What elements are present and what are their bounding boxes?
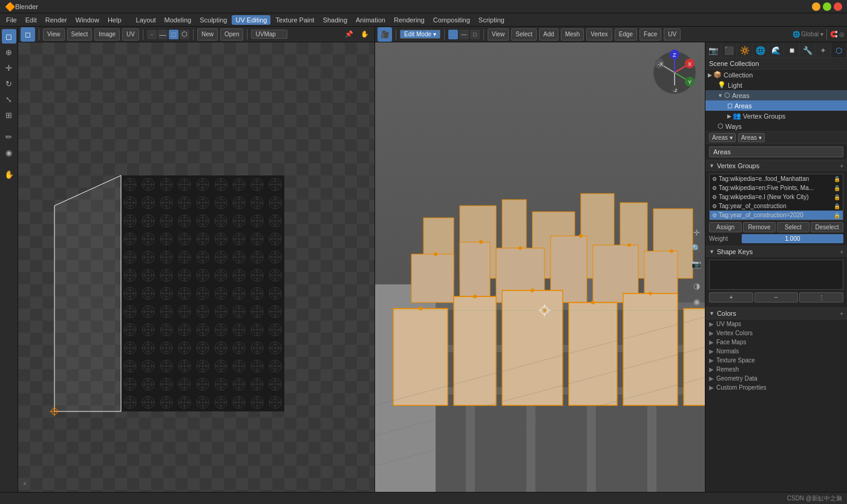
sk-down-btn[interactable]: ⋮ [799,292,843,303]
sub-texture-space[interactable]: ▶ Texture Space [705,356,847,365]
tab-object[interactable]: ◽ [784,42,800,58]
uv-canvas[interactable] [18,42,374,492]
uv-uv-menu[interactable]: UV [122,28,139,41]
mesh-select-face[interactable]: □ [470,30,480,39]
edit-mode-dropdown[interactable]: Edit Mode ▾ [400,30,440,39]
sk-add-btn[interactable]: + [840,249,843,255]
open-image-btn[interactable]: Open [220,28,243,41]
sub-remesh[interactable]: ▶ Remesh [705,365,847,374]
areas-dropdown[interactable]: Areas ▾ [709,133,736,142]
workspace-layout[interactable]: Layout [132,15,160,25]
tab-scene[interactable]: 🌐 [753,42,768,58]
zoom-icon[interactable]: 🔍 [689,241,704,256]
sub-normals[interactable]: ▶ Normals [705,347,847,356]
deselect-btn[interactable]: Deselect [811,222,843,232]
workspace-shading[interactable]: Shading [319,15,351,25]
cursor-tool-btn[interactable]: ⊕ [2,45,16,59]
uv-image-menu[interactable]: Image [94,28,120,41]
vp-select-menu[interactable]: Select [511,28,537,41]
tab-modifier[interactable]: 🔧 [800,42,816,58]
menu-file[interactable]: File [2,15,21,25]
weight-field[interactable] [742,234,843,243]
vp-view-menu[interactable]: View [488,28,509,41]
sk-minus-btn[interactable]: − [754,292,799,303]
vg-item-4[interactable]: ⚙ Tag:year_of_construction=2020 🔒 [710,211,843,220]
colors-header[interactable]: ▼ Colors + [705,308,847,319]
vg-item-3[interactable]: ⚙ Tag:year_of_construction 🔒 [710,201,843,211]
tab-view-layer[interactable]: 🔆 [737,42,753,58]
tree-item-ways[interactable]: ⬡ Ways [705,121,847,131]
vg-item-1[interactable]: ⚙ Tag:wikipedia=en:Five Points, Ma... 🔒 [710,183,843,192]
workspace-sculpting[interactable]: Sculpting [196,15,231,25]
workspace-compositing[interactable]: Compositing [430,15,474,25]
3d-view-icon[interactable]: 🎥 [378,27,392,42]
uv-pin-icon[interactable]: 📌 [342,27,356,42]
camera-icon[interactable]: 📷 [689,257,704,272]
maximize-button[interactable] [823,2,831,11]
shade-solid-icon[interactable]: ◑ [689,279,704,293]
tree-item-vertex-groups[interactable]: ▶ 👥 Vertex Groups [705,111,847,121]
tree-item-areas-parent[interactable]: ▼ ⬡ Areas [705,90,847,100]
select-btn[interactable]: Select [777,222,809,232]
snap-icon[interactable]: 🧲 [830,31,837,38]
menu-edit[interactable]: Edit [22,15,41,25]
workspace-modeling[interactable]: Modeling [161,15,195,25]
vp-face-menu[interactable]: Face [639,28,661,41]
overlay-icon[interactable]: ◉ [689,295,704,309]
tab-output[interactable]: ⬛ [721,42,737,58]
remove-btn[interactable]: Remove [743,222,776,232]
vp-add-menu[interactable]: Add [539,28,558,41]
tree-item-areas-child[interactable]: ◻ Areas [705,100,847,111]
tree-item-collection[interactable]: ▶ 📦 Collection [705,70,847,80]
uv-grab-icon[interactable]: ✋ [358,27,372,42]
shape-keys-header[interactable]: ▼ Shape Keys + [705,246,847,257]
3d-viewport[interactable]: User Perspective (1) Areas [375,42,705,492]
object-name-field[interactable]: Areas [709,146,843,157]
mesh-select-vert[interactable]: · [448,30,458,39]
scale-tool-btn[interactable]: ⤡ [2,92,16,106]
select-mode-island[interactable]: ⬡ [180,30,189,39]
select-mode-face[interactable]: □ [169,30,178,39]
new-image-btn[interactable]: New [197,28,218,41]
tab-render[interactable]: 📷 [705,42,721,58]
sk-plus-btn[interactable]: + [709,292,753,303]
minimize-button[interactable] [812,2,820,11]
vp-mesh-menu[interactable]: Mesh [561,28,584,41]
sub-uv-maps[interactable]: ▶ UV Maps [705,319,847,329]
uv-map-selector[interactable]: UVMap [251,30,287,39]
workspace-uv-editing[interactable]: UV Editing [232,15,270,25]
uv-select-menu[interactable]: Select [67,28,93,41]
tab-particles[interactable]: ✦ [816,42,831,58]
workspace-animation[interactable]: Animation [352,15,389,25]
rotate-tool-btn[interactable]: ↻ [2,76,16,91]
grab-btn[interactable]: ✋ [2,167,16,182]
menu-render[interactable]: Render [42,15,71,25]
menu-help[interactable]: Help [104,15,125,25]
vertex-groups-header[interactable]: ▼ Vertex Groups + [705,160,847,171]
colors-add-btn[interactable]: + [840,310,843,317]
vp-vertex-menu[interactable]: Vertex [586,28,612,41]
sub-vertex-colors[interactable]: ▶ Vertex Colors [705,329,847,338]
navigation-gizmo[interactable]: X -X Y Z [650,48,699,97]
select-tool-btn[interactable]: ◻ [2,29,16,44]
select-mode-edge[interactable]: — [158,30,168,39]
uv-viewport[interactable]: + [18,42,374,492]
select-mode-vert[interactable]: · [147,30,157,39]
tree-item-light[interactable]: 💡 Light [705,80,847,90]
sub-geometry-data[interactable]: ▶ Geometry Data [705,374,847,383]
areas-data-dropdown[interactable]: Areas ▾ [738,133,765,142]
sample-btn[interactable]: ◉ [2,145,16,160]
close-button[interactable] [834,2,842,11]
tab-world[interactable]: 🌊 [768,42,784,58]
vg-item-2[interactable]: ⚙ Tag:wikipedia=e.I (New York City) 🔒 [710,192,843,201]
vp-uv-menu[interactable]: UV [664,28,681,41]
uv-editor-icon[interactable]: ◻ [21,27,35,42]
vp-edge-menu[interactable]: Edge [615,28,637,41]
proportional-icon[interactable]: ◎ [839,31,845,38]
vg-add-btn[interactable]: + [840,163,843,169]
assign-btn[interactable]: Assign [709,222,742,232]
move-tool-btn[interactable]: ✛ [2,61,16,75]
annotate-btn[interactable]: ✏ [2,129,16,144]
workspace-rendering[interactable]: Rendering [390,15,428,25]
workspace-texture-paint[interactable]: Texture Paint [272,15,318,25]
